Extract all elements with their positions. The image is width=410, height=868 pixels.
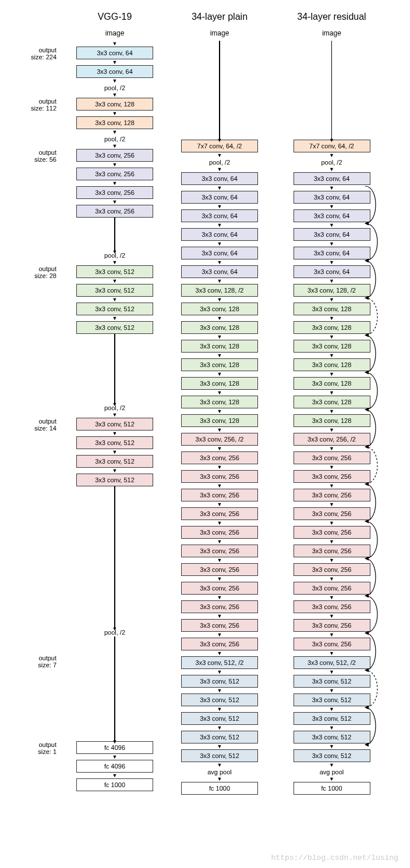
- output-size-label: output size: 112: [22, 98, 56, 112]
- arrow-down: [68, 199, 161, 205]
- conv-layer: 3x3 conv, 128, /2: [294, 284, 370, 297]
- conv-layer: 3x3 conv, 512: [76, 455, 153, 468]
- arrow-down: [278, 744, 386, 749]
- arrow-down: [278, 166, 386, 172]
- conv-layer: 3x3 conv, 64: [181, 228, 258, 241]
- conv-layer: 3x3 conv, 128: [294, 396, 370, 408]
- conv-layer: 3x3 conv, 512: [294, 675, 370, 688]
- conv-layer: 3x3 conv, 256: [181, 470, 258, 483]
- arrow-down: [173, 539, 266, 545]
- conv-layer: 3x3 conv, 64: [181, 247, 258, 259]
- arrow-down: [278, 539, 386, 545]
- fc-layer: fc 1000: [294, 782, 370, 795]
- conv-layer: 3x3 conv, 256: [181, 638, 258, 650]
- conv-layer: 3x3 conv, 512: [76, 436, 153, 449]
- conv-layer: 3x3 conv, 256: [181, 582, 258, 595]
- conv-layer: 3x3 conv, 64: [76, 65, 153, 78]
- arrow-down: [278, 632, 386, 638]
- conv-layer: 3x3 conv, 256: [181, 563, 258, 576]
- col-title: 34-layer residual: [278, 12, 386, 22]
- arrow-down: [173, 353, 266, 358]
- arrow-down: [68, 315, 161, 321]
- arrow-down: [278, 241, 386, 247]
- conv-layer: 3x3 conv, 256: [181, 451, 258, 464]
- arrow-down: [173, 776, 266, 782]
- conv-layer: 3x3 conv, 512: [76, 418, 153, 431]
- pool-label: pool, /2: [68, 135, 161, 143]
- arrow-down: [68, 278, 161, 284]
- arrow-down: [68, 129, 161, 135]
- conv-layer: 3x3 conv, 64: [181, 209, 258, 222]
- arrow-down: [278, 297, 386, 303]
- arrow-down: [278, 390, 386, 396]
- conv-layer: 3x3 conv, 512: [76, 265, 153, 278]
- conv-layer: 3x3 conv, 128: [76, 98, 153, 111]
- arrow-down: [173, 706, 266, 712]
- fc-layer: fc 1000: [76, 778, 153, 791]
- conv-layer: 3x3 conv, 512, /2: [181, 656, 258, 669]
- arrow-down: [173, 427, 266, 433]
- conv-layer: 3x3 conv, 128: [181, 396, 258, 408]
- conv-layer: 3x3 conv, 128: [294, 303, 370, 315]
- arrow-down: [173, 204, 266, 209]
- arrow-down: [278, 669, 386, 675]
- arrow-long: [114, 486, 115, 628]
- conv-layer: 3x3 conv, 64: [181, 191, 258, 204]
- architecture-comparison: output size: 224output size: 112output s…: [3, 12, 407, 795]
- conv-layer: 3x3 conv, 128: [294, 358, 370, 371]
- arrow-down: [173, 725, 266, 731]
- conv-layer: 3x3 conv, 64: [294, 191, 370, 204]
- arrow-down: [278, 427, 386, 433]
- pool-label: avg pool: [173, 768, 266, 776]
- arrow-down: [278, 464, 386, 470]
- arrow-long: [114, 218, 115, 251]
- output-size-labels: output size: 224output size: 112output s…: [24, 12, 56, 795]
- arrow-down: [173, 408, 266, 414]
- output-size-label: output size: 28: [22, 265, 56, 279]
- conv-layer: 3x3 conv, 64: [76, 47, 153, 59]
- col-title: 34-layer plain: [173, 12, 266, 22]
- conv-layer: 3x3 conv, 64: [294, 228, 370, 241]
- arrow-down: [173, 185, 266, 191]
- pool-label: pool, /2: [173, 158, 266, 166]
- arrow-down: [173, 632, 266, 638]
- arrow-down: [68, 773, 161, 778]
- conv-layer: 3x3 conv, 512: [294, 712, 370, 725]
- arrow-long: [219, 41, 220, 140]
- arrow-down: [173, 446, 266, 451]
- conv-layer: 3x3 conv, 256: [294, 600, 370, 613]
- input-label: image: [173, 29, 266, 37]
- pool-label: pool, /2: [68, 84, 161, 92]
- arrow-down: [278, 315, 386, 321]
- output-size-label: output size: 1: [22, 741, 56, 755]
- conv-layer: 3x3 conv, 256: [181, 526, 258, 539]
- plain-column: 34-layer plainimage7x7 conv, 64, /2pool,…: [173, 12, 266, 795]
- arrow-down: [173, 315, 266, 321]
- arrow-down: [173, 278, 266, 284]
- conv-layer: 3x3 conv, 64: [294, 172, 370, 185]
- arrow-down: [278, 204, 386, 209]
- arrow-down: [278, 520, 386, 526]
- arrow-down: [173, 371, 266, 377]
- arrow-down: [173, 650, 266, 656]
- arrow-down: [173, 669, 266, 675]
- arrow-down: [278, 595, 386, 600]
- conv-layer: 3x3 conv, 512: [181, 693, 258, 706]
- arrow-down: [278, 185, 386, 191]
- arrow-down: [173, 222, 266, 228]
- arrow-down: [278, 688, 386, 693]
- arrow-down: [278, 557, 386, 563]
- conv-layer: 3x3 conv, 128: [76, 116, 153, 129]
- conv-layer: 3x3 conv, 128: [181, 358, 258, 371]
- arrow-down: [173, 334, 266, 340]
- input-label: image: [278, 29, 386, 37]
- arrow-down: [173, 744, 266, 749]
- conv-layer: 3x3 conv, 256: [294, 489, 370, 501]
- conv-layer: 3x3 conv, 512: [76, 284, 153, 297]
- conv-layer: 3x3 conv, 128: [294, 340, 370, 353]
- output-size-label: output size: 56: [22, 149, 56, 163]
- fc-layer: fc 1000: [181, 782, 258, 795]
- conv-layer: 3x3 conv, 64: [294, 209, 370, 222]
- conv-layer: 3x3 conv, 256: [294, 470, 370, 483]
- arrow-down: [68, 41, 161, 47]
